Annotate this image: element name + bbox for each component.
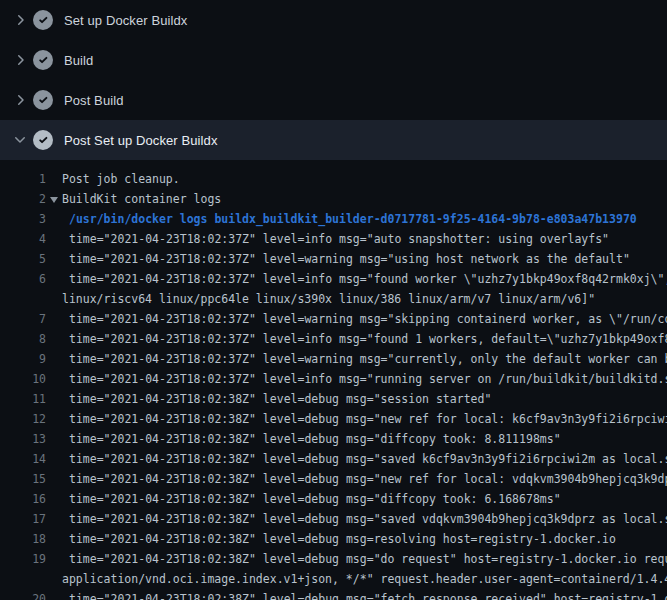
log-group-toggle[interactable]: BuildKit container logs bbox=[50, 189, 221, 209]
line-number-link[interactable]: 18 bbox=[0, 529, 46, 549]
line-number-link[interactable]: 16 bbox=[0, 489, 46, 509]
log-command-text: /usr/bin/docker logs buildx_buildkit_bui… bbox=[69, 209, 637, 229]
log-text: time="2021-04-23T18:02:38Z" level=debug … bbox=[69, 409, 667, 429]
check-circle-icon bbox=[33, 130, 53, 150]
step-title: Post Set up Docker Buildx bbox=[64, 133, 218, 148]
line-number-link[interactable]: 4 bbox=[0, 229, 46, 249]
log-line: 12time="2021-04-23T18:02:38Z" level=debu… bbox=[0, 409, 667, 429]
chevron-right-icon bbox=[12, 52, 28, 68]
triangle-down-icon bbox=[50, 197, 58, 203]
log-text: time="2021-04-23T18:02:38Z" level=debug … bbox=[69, 549, 667, 569]
step-header-build[interactable]: Build bbox=[0, 40, 667, 80]
line-number-link[interactable]: 17 bbox=[0, 509, 46, 529]
line-number-link[interactable]: 13 bbox=[0, 429, 46, 449]
step-title: Post Build bbox=[64, 93, 124, 108]
steps-list: Set up Docker BuildxBuildPost BuildPost … bbox=[0, 0, 667, 160]
log-text: Post job cleanup. bbox=[62, 169, 180, 189]
line-number-link[interactable]: 19 bbox=[0, 549, 46, 569]
log-text: time="2021-04-23T18:02:37Z" level=info m… bbox=[69, 329, 667, 349]
line-number-link[interactable]: 2 bbox=[0, 189, 46, 209]
log-line: 16time="2021-04-23T18:02:38Z" level=debu… bbox=[0, 489, 667, 509]
chevron-right-icon bbox=[12, 92, 28, 108]
step-header-set-up-docker-buildx[interactable]: Set up Docker Buildx bbox=[0, 0, 667, 40]
log-line-continuation: application/vnd.oci.image.index.v1+json,… bbox=[0, 569, 667, 589]
log-text: time="2021-04-23T18:02:37Z" level=warnin… bbox=[69, 309, 667, 329]
log-line: 20time="2021-04-23T18:02:38Z" level=debu… bbox=[0, 589, 667, 600]
log-line: 4time="2021-04-23T18:02:37Z" level=info … bbox=[0, 229, 667, 249]
log-text: time="2021-04-23T18:02:37Z" level=warnin… bbox=[69, 249, 630, 269]
line-number-link[interactable]: 10 bbox=[0, 369, 46, 389]
log-text: application/vnd.oci.image.index.v1+json,… bbox=[62, 569, 667, 589]
line-number-link[interactable]: 15 bbox=[0, 469, 46, 489]
log-line: 18time="2021-04-23T18:02:38Z" level=debu… bbox=[0, 529, 667, 549]
chevron-right-icon bbox=[12, 12, 28, 28]
log-line: 3/usr/bin/docker logs buildx_buildkit_bu… bbox=[0, 209, 667, 229]
log-text: time="2021-04-23T18:02:38Z" level=debug … bbox=[69, 469, 667, 489]
line-number-link[interactable]: 12 bbox=[0, 409, 46, 429]
log-text: time="2021-04-23T18:02:37Z" level=info m… bbox=[69, 229, 609, 249]
log-text: time="2021-04-23T18:02:38Z" level=debug … bbox=[69, 509, 667, 529]
log-line: 10time="2021-04-23T18:02:37Z" level=info… bbox=[0, 369, 667, 389]
step-header-post-set-up-docker-buildx[interactable]: Post Set up Docker Buildx bbox=[0, 120, 667, 160]
log-text: time="2021-04-23T18:02:38Z" level=debug … bbox=[69, 529, 616, 549]
log-text: time="2021-04-23T18:02:37Z" level=info m… bbox=[69, 269, 667, 289]
line-number-link[interactable]: 11 bbox=[0, 389, 46, 409]
log-line-continuation: linux/riscv64 linux/ppc64le linux/s390x … bbox=[0, 289, 667, 309]
log-line: 14time="2021-04-23T18:02:38Z" level=debu… bbox=[0, 449, 667, 469]
line-number-link[interactable]: 8 bbox=[0, 329, 46, 349]
check-circle-icon bbox=[33, 90, 53, 110]
line-number-link[interactable]: 6 bbox=[0, 269, 46, 289]
log-line: 1Post job cleanup. bbox=[0, 169, 667, 189]
check-circle-icon bbox=[33, 10, 53, 30]
line-number-link[interactable]: 14 bbox=[0, 449, 46, 469]
chevron-down-icon bbox=[12, 132, 28, 148]
log-line: 9time="2021-04-23T18:02:37Z" level=warni… bbox=[0, 349, 667, 369]
log-line: 11time="2021-04-23T18:02:38Z" level=debu… bbox=[0, 389, 667, 409]
log-text: time="2021-04-23T18:02:38Z" level=debug … bbox=[69, 429, 561, 449]
log-text: time="2021-04-23T18:02:38Z" level=debug … bbox=[69, 389, 491, 409]
line-number-link[interactable]: 7 bbox=[0, 309, 46, 329]
line-number-link[interactable]: 9 bbox=[0, 349, 46, 369]
log-line: 6time="2021-04-23T18:02:37Z" level=info … bbox=[0, 269, 667, 289]
log-line: 17time="2021-04-23T18:02:38Z" level=debu… bbox=[0, 509, 667, 529]
log-line: 19time="2021-04-23T18:02:38Z" level=debu… bbox=[0, 549, 667, 569]
log-line: 15time="2021-04-23T18:02:38Z" level=debu… bbox=[0, 469, 667, 489]
log-text: time="2021-04-23T18:02:37Z" level=warnin… bbox=[69, 349, 667, 369]
log-line: 8time="2021-04-23T18:02:37Z" level=info … bbox=[0, 329, 667, 349]
log-line: 13time="2021-04-23T18:02:38Z" level=debu… bbox=[0, 429, 667, 449]
log-line: 7time="2021-04-23T18:02:37Z" level=warni… bbox=[0, 309, 667, 329]
log-group-label: BuildKit container logs bbox=[62, 189, 221, 209]
log-text: time="2021-04-23T18:02:38Z" level=debug … bbox=[69, 589, 667, 600]
log-text: time="2021-04-23T18:02:38Z" level=debug … bbox=[69, 449, 667, 469]
check-circle-icon bbox=[33, 50, 53, 70]
step-title: Build bbox=[64, 53, 93, 68]
log-line: 5time="2021-04-23T18:02:37Z" level=warni… bbox=[0, 249, 667, 269]
line-number-link[interactable]: 20 bbox=[0, 589, 46, 600]
line-number-link[interactable]: 3 bbox=[0, 209, 46, 229]
log-text: time="2021-04-23T18:02:38Z" level=debug … bbox=[69, 489, 561, 509]
step-header-post-build[interactable]: Post Build bbox=[0, 80, 667, 120]
line-number-link[interactable]: 1 bbox=[0, 169, 46, 189]
log-text: time="2021-04-23T18:02:37Z" level=info m… bbox=[69, 369, 667, 389]
log-text: linux/riscv64 linux/ppc64le linux/s390x … bbox=[62, 289, 595, 309]
line-number-link[interactable]: 5 bbox=[0, 249, 46, 269]
step-title: Set up Docker Buildx bbox=[64, 13, 187, 28]
log-line: 2BuildKit container logs bbox=[0, 189, 667, 209]
log-viewer: 1Post job cleanup.2BuildKit container lo… bbox=[0, 160, 667, 600]
